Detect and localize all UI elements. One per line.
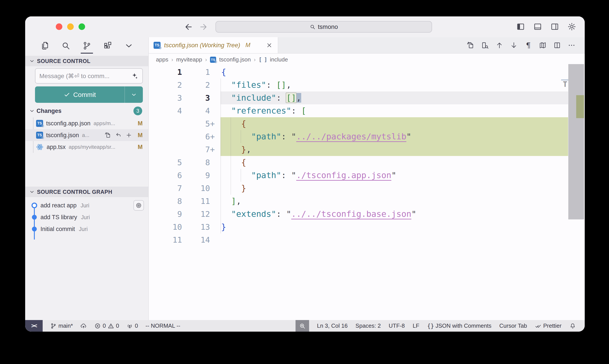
notifications-bell[interactable] xyxy=(570,323,576,329)
modified-badge: M xyxy=(246,42,250,49)
gear-icon[interactable] xyxy=(567,22,576,31)
breadcrumb-item[interactable]: apps xyxy=(156,56,168,63)
explorer-icon[interactable] xyxy=(40,41,50,51)
code-editor[interactable]: 11{22 "files": [],33 "include": [],44 "r… xyxy=(149,66,585,320)
cursor-position[interactable]: Ln 3, Col 16 xyxy=(317,323,348,329)
branch-status[interactable]: main* xyxy=(50,323,73,329)
forward-arrow-icon[interactable] xyxy=(199,23,207,31)
changes-count-badge: 3 xyxy=(133,106,142,115)
change-file-row[interactable]: TS⚙tsconfig.app.jsonapps/m...M xyxy=(25,117,148,129)
old-line-number: 6 xyxy=(149,169,182,182)
code-line[interactable]: 22 "files": [], xyxy=(149,78,585,91)
modified-badge: M xyxy=(138,132,143,139)
back-arrow-icon[interactable] xyxy=(184,23,193,31)
close-tab-icon[interactable] xyxy=(266,42,272,49)
layout-sidebar-left-icon[interactable] xyxy=(516,22,525,31)
breadcrumb-item[interactable]: myviteapp xyxy=(176,56,202,63)
vim-mode[interactable]: -- NORMAL -- xyxy=(145,323,180,329)
commit-message-input[interactable]: Message (⌘⏎ to comm... xyxy=(35,68,143,84)
publish-button[interactable] xyxy=(80,323,87,329)
code-line-text: { xyxy=(220,117,568,130)
changes-section-header[interactable]: Changes 3 xyxy=(25,105,148,116)
old-line-number: 2 xyxy=(149,78,182,91)
problems-status[interactable]: 00 xyxy=(94,323,119,329)
code-line[interactable]: 11{ xyxy=(149,66,585,78)
zoom-window-button[interactable] xyxy=(78,23,85,30)
minimap[interactable]: T xyxy=(563,80,567,88)
code-line[interactable]: 1013} xyxy=(149,221,585,234)
tab-tsconfig-working-tree[interactable]: TS⚙ tsconfig.json (Working Tree) M xyxy=(149,37,278,53)
cursor-tab[interactable]: Cursor Tab xyxy=(499,323,527,329)
error-icon xyxy=(94,323,101,329)
old-line-number: 4 xyxy=(149,104,182,117)
eol[interactable]: LF xyxy=(413,323,419,329)
code-line[interactable]: 58 { xyxy=(149,156,585,169)
breadcrumb-item[interactable]: include xyxy=(270,56,288,63)
sparkle-icon[interactable] xyxy=(131,72,139,80)
open-changes-icon[interactable] xyxy=(481,41,489,49)
next-change-icon[interactable] xyxy=(510,41,518,49)
code-line[interactable]: 710 } xyxy=(149,182,585,195)
more-actions-icon[interactable] xyxy=(568,41,576,49)
plus-icon[interactable] xyxy=(126,132,132,139)
remote-indicator[interactable]: >< xyxy=(25,320,43,332)
vertical-scrollbar[interactable] xyxy=(568,64,584,220)
change-file-row[interactable]: TS⚙tsconfig.jsona...M xyxy=(25,129,148,141)
commit-row[interactable]: Initial commitJuri xyxy=(25,223,148,235)
extensions-icon[interactable] xyxy=(103,41,113,51)
change-file-row[interactable]: app.tsxapps/myviteapp/sr...M xyxy=(25,141,148,153)
code-line[interactable]: 811 ], xyxy=(149,195,585,208)
breadcrumb-separator: › xyxy=(171,57,173,63)
search-icon[interactable] xyxy=(61,41,71,51)
code-line[interactable]: 912 "extends": "../../tsconfig.base.json… xyxy=(149,208,585,221)
file-path: apps/m... xyxy=(94,120,115,126)
close-window-button[interactable] xyxy=(56,23,62,30)
source-control-graph-header[interactable]: SOURCE CONTROL GRAPH xyxy=(25,187,148,197)
layout-sidebar-right-icon[interactable] xyxy=(550,22,559,31)
code-line-text: "path": "../../packages/mytslib" xyxy=(220,130,568,143)
commit-row[interactable]: add react appJuri xyxy=(25,199,148,211)
commit-list: add react appJuriadd TS libraryJuriIniti… xyxy=(25,199,148,235)
code-line[interactable]: 69 "path": "./tsconfig.app.json" xyxy=(149,169,585,182)
layout-panel-icon[interactable] xyxy=(533,22,542,31)
code-line[interactable]: 6+ "path": "../../packages/mytslib" xyxy=(149,130,585,143)
commit-node-icon xyxy=(32,227,37,232)
checkout-target-button[interactable] xyxy=(133,200,144,211)
code-line[interactable]: 33 "include": [], xyxy=(149,91,585,104)
source-control-header[interactable]: SOURCE CONTROL xyxy=(25,56,148,66)
typescript-config-file-icon: TS⚙ xyxy=(36,120,43,127)
vim-block-cursor: , xyxy=(296,93,301,103)
indentation[interactable]: Spaces: 2 xyxy=(355,323,381,329)
split-editor-icon[interactable] xyxy=(553,41,561,49)
breadcrumb-item[interactable]: tsconfig.json xyxy=(219,56,251,63)
code-line[interactable]: 44 "references": [ xyxy=(149,104,585,117)
minimize-window-button[interactable] xyxy=(67,23,74,30)
previous-change-icon[interactable] xyxy=(495,41,503,49)
commit-dropdown-button[interactable] xyxy=(124,86,143,103)
code-line[interactable]: 7+ }, xyxy=(149,143,585,156)
goto-file-icon[interactable] xyxy=(466,41,474,49)
formatter[interactable]: Prettier xyxy=(535,323,561,329)
more-views-icon[interactable] xyxy=(124,41,134,51)
language-mode[interactable]: {}JSON with Comments xyxy=(427,323,492,329)
source-control-icon[interactable] xyxy=(82,41,92,51)
code-line[interactable]: 1114 xyxy=(149,234,585,246)
code-line[interactable]: 5+ { xyxy=(149,117,585,130)
encoding[interactable]: UTF-8 xyxy=(389,323,405,329)
code-line-text: "include": [], xyxy=(220,91,568,104)
breadcrumb-separator: › xyxy=(205,57,207,63)
commit-button[interactable]: Commit xyxy=(35,86,143,103)
zoom-indicator[interactable] xyxy=(296,320,309,332)
ports-status[interactable]: 0 xyxy=(127,323,138,329)
command-center-search[interactable]: tsmono xyxy=(216,21,432,33)
map-icon[interactable] xyxy=(539,41,547,49)
old-line-number: 5 xyxy=(149,156,182,169)
pilcrow-icon[interactable]: ¶ xyxy=(524,41,532,49)
goto-file-icon[interactable] xyxy=(104,132,111,139)
editor-group: TS⚙ tsconfig.json (Working Tree) M ¶ app… xyxy=(149,37,585,320)
react-file-icon xyxy=(36,143,43,151)
commit-row[interactable]: add TS libraryJuri xyxy=(25,211,148,223)
check-icon xyxy=(64,91,70,98)
discard-icon[interactable] xyxy=(115,132,122,139)
breadcrumb: apps›myviteapp›TS⚙tsconfig.json›[ ]inclu… xyxy=(149,53,585,66)
